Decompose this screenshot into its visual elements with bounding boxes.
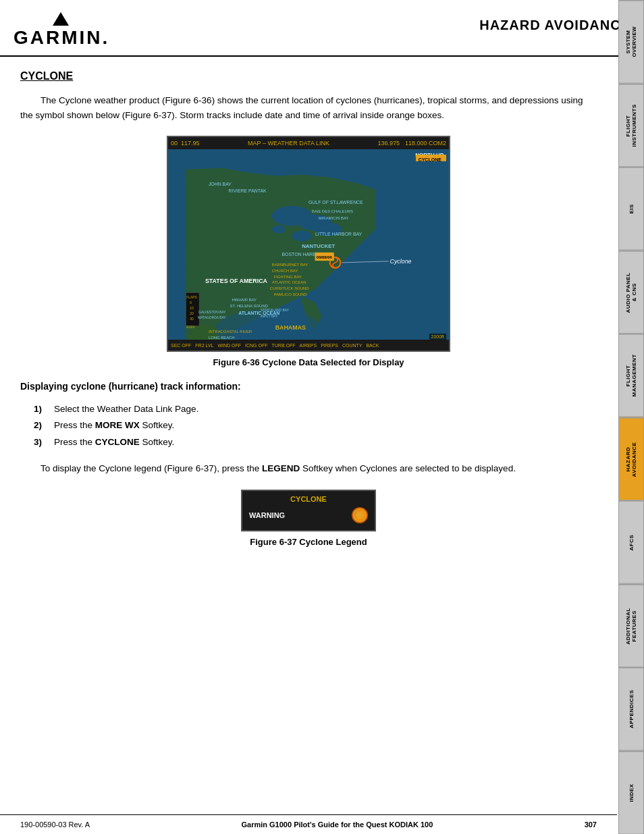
svg-text:CHURCH BAY: CHURCH BAY (272, 269, 298, 273)
sidebar-tab-flight-instruments[interactable]: FLIGHTINSTRUMENTS (618, 84, 644, 167)
subsection-title: Displaying cyclone (hurricane) track inf… (20, 381, 597, 392)
map-scale: 2000ft (429, 334, 446, 340)
svg-text:BARNBURNET BAY: BARNBURNET BAY (272, 263, 308, 267)
page-footer: 190-00590-03 Rev. A Garmin G1000 Pilot's… (0, 814, 617, 834)
figure-37-container: CYCLONE WARNING Figure 6-37 Cyclone Lege… (20, 490, 597, 547)
svg-text:ST. HELENA SOUND: ST. HELENA SOUND (230, 304, 267, 308)
garmin-logo: GARMIN. (14, 12, 107, 49)
main-content: CYCLONE The Cyclone weather product (Fig… (0, 57, 617, 574)
map-freq-right: 136.975 118.000 COM2 (377, 140, 446, 147)
right-sidebar: SYSTEMOVERVIEW FLIGHTINSTRUMENTS EIS AUD… (618, 0, 644, 834)
svg-text:Cyclone: Cyclone (390, 258, 411, 265)
footer-page-number: 307 (585, 820, 597, 829)
garmin-logo-dot: . (103, 27, 108, 49)
svg-text:LITTLE HARBOR BAY: LITTLE HARBOR BAY (315, 232, 363, 237)
steps-list: 1) Select the Weather Data Link Page. 2)… (20, 401, 597, 450)
btn-pireps[interactable]: PIREPS (321, 343, 338, 348)
svg-text:GALVESTON BAY: GALVESTON BAY (198, 311, 226, 314)
sidebar-tab-additional-features[interactable]: ADDITIONALFEATURES (618, 584, 644, 668)
step-1: 1) Select the Weather Data Link Page. (34, 401, 597, 417)
map-freq-left: 00 117.95 (171, 140, 200, 147)
svg-text:STATES OF AMERICA: STATES OF AMERICA (205, 278, 268, 284)
figure-36-container: 00 117.95 MAP – WEATHER DATA LINK 136.97… (20, 136, 597, 367)
svg-text:RIVIERE PANTAK: RIVIERE PANTAK (229, 188, 267, 193)
svg-text:ATLANTIC OCEAN: ATLANTIC OCEAN (272, 281, 306, 285)
intro-paragraph: The Cyclone weather product (Figure 6-36… (20, 93, 597, 122)
btn-county[interactable]: COUNTY (342, 343, 363, 348)
map-center-label: MAP – WEATHER DATA LINK (248, 140, 329, 147)
btn-fr2-lvl[interactable]: FR2 LVL (195, 343, 213, 348)
map-freq-right-2: 118.000 COM2 (405, 140, 446, 147)
legend-warning-label: WARNING (249, 511, 285, 519)
step-3: 3) Press the CYCLONE Softkey. (34, 434, 597, 450)
btn-wind-off[interactable]: WIND OFF (217, 343, 241, 348)
map-svg: RIVIERE PANTAK JOHN BAY GULF OF ST.LAWRE… (168, 149, 449, 352)
footer-doc-number: 190-00590-03 Rev. A (20, 820, 90, 829)
step-3-text: Press the CYCLONE Softkey. (54, 434, 174, 450)
sidebar-tab-audio-panel[interactable]: AUDIO PANEL& CNS (618, 251, 644, 334)
svg-text:HINVAIR BAY: HINVAIR BAY (232, 298, 257, 302)
step-2-text: Press the MORE WX Softkey. (54, 417, 174, 434)
svg-text:CURRITUCK SOUND: CURRITUCK SOUND (270, 287, 309, 291)
svg-point-6 (292, 231, 312, 242)
svg-text:09/09/00: 09/09/00 (317, 255, 333, 259)
page-header: GARMIN. HAZARD AVOIDANCE (0, 0, 644, 57)
svg-text:10: 10 (190, 307, 194, 310)
svg-point-49 (358, 514, 361, 517)
btn-aireps[interactable]: AIREPS (300, 343, 317, 348)
svg-text:JOHN BAY: JOHN BAY (209, 182, 232, 187)
svg-text:0: 0 (190, 301, 192, 305)
step-2-num: 2) (34, 417, 47, 434)
map-top-bar: 00 117.95 MAP – WEATHER DATA LINK 136.97… (168, 137, 449, 149)
svg-text:ELEV: ELEV (186, 325, 195, 329)
step-2-bold: MORE WX (95, 420, 140, 430)
svg-text:FLAPS: FLAPS (186, 296, 197, 299)
svg-text:PAMLICO SOUND: PAMLICO SOUND (274, 292, 307, 296)
svg-text:MIRAMICHI BAY: MIRAMICHI BAY (319, 216, 349, 220)
garmin-triangle-icon (53, 12, 69, 26)
sidebar-tab-appendices[interactable]: APPENDICES (618, 667, 644, 751)
map-bottom-bar: SEC OFF FR2 LVL WIND OFF ICNG OFF TURB O… (168, 340, 449, 350)
footer-title: Garmin G1000 Pilot's Guide for the Quest… (241, 820, 433, 829)
cyclone-legend-box: CYCLONE WARNING (241, 490, 376, 531)
svg-text:30: 30 (190, 317, 194, 321)
btn-turb-off[interactable]: TURB OFF (272, 343, 296, 348)
figure-37-caption: Figure 6-37 Cyclone Legend (250, 537, 367, 547)
cyclone-spiral-icon (352, 507, 368, 523)
sidebar-tab-system-overview[interactable]: SYSTEMOVERVIEW (618, 0, 644, 84)
page-title: HAZARD AVOIDANCE (479, 12, 630, 33)
btn-icng-off[interactable]: ICNG OFF (245, 343, 267, 348)
svg-text:INTRACOASTAL RIVER: INTRACOASTAL RIVER (209, 330, 252, 334)
svg-text:BAIE DES CHALEURS: BAIE DES CHALEURS (312, 209, 353, 213)
section-title: CYCLONE (20, 70, 597, 82)
svg-text:NANTUCKET: NANTUCKET (302, 243, 335, 249)
svg-text:GULF OF ST.LAWRENCE: GULF OF ST.LAWRENCE (308, 200, 363, 205)
after-steps-paragraph: To display the Cyclone legend (Figure 6-… (20, 461, 597, 476)
sidebar-tab-afcs[interactable]: AFCS (618, 500, 644, 584)
map-freq-right-1: 136.975 (377, 140, 400, 147)
svg-text:20: 20 (190, 312, 194, 315)
sidebar-tab-index[interactable]: INDEX (618, 751, 644, 835)
btn-sec-off[interactable]: SEC OFF (171, 343, 191, 348)
svg-text:INPUT BAY: INPUT BAY (261, 315, 278, 318)
step-1-num: 1) (34, 401, 47, 417)
step-3-num: 3) (34, 434, 47, 450)
legend-title: CYCLONE (249, 495, 368, 503)
step-1-text: Select the Weather Data Link Page. (54, 401, 198, 417)
svg-text:FIGHTING BAY: FIGHTING BAY (274, 275, 302, 279)
step-2: 2) Press the MORE WX Softkey. (34, 417, 597, 434)
garmin-logo-text: GARMIN (14, 27, 103, 49)
sidebar-tab-hazard-avoidance[interactable]: HAZARDAVOIDANCE (618, 417, 644, 501)
btn-back[interactable]: BACK (366, 343, 379, 348)
step-3-bold: CYCLONE (95, 437, 140, 447)
legend-bold: LEGEND (262, 463, 300, 473)
map-display: 00 117.95 MAP – WEATHER DATA LINK 136.97… (167, 136, 450, 352)
sidebar-tab-flight-management[interactable]: FLIGHTMANAGEMENT (618, 334, 644, 417)
svg-rect-8 (375, 161, 449, 351)
svg-point-7 (272, 226, 286, 234)
svg-text:BAHAMAS: BAHAMAS (275, 324, 306, 331)
svg-text:STRICKLAND BAY: STRICKLAND BAY (261, 309, 290, 312)
svg-text:MATAGORDA BAY: MATAGORDA BAY (198, 316, 226, 319)
legend-content-row: WARNING (249, 507, 368, 523)
sidebar-tab-eis[interactable]: EIS (618, 167, 644, 251)
